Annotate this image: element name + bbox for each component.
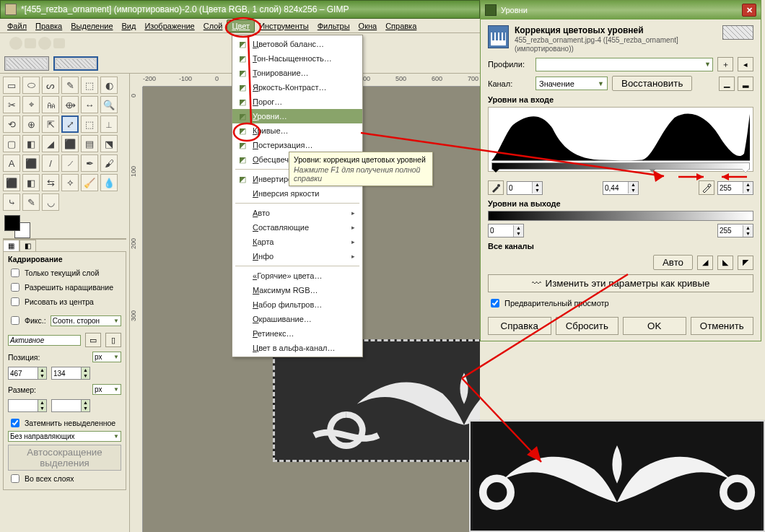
menu-item[interactable]: Составляющие	[232, 220, 362, 235]
tool-button[interactable]: A	[3, 154, 20, 172]
tool-button[interactable]: ⊕	[22, 115, 40, 133]
chk-fix[interactable]: Фикс.:	[8, 314, 46, 327]
chk-from-center[interactable]: Рисовать из центра	[8, 295, 121, 308]
tool-button[interactable]: ▤	[81, 135, 98, 152]
menu-windows[interactable]: Окна	[354, 20, 382, 32]
tool-button[interactable]: 🔍	[100, 96, 118, 113]
menubar[interactable]: Файл Правка Выделение Вид Изображение Сл…	[0, 19, 480, 33]
tool-button[interactable]: 🖌	[100, 154, 118, 172]
color-menu-dropdown[interactable]: ◩Цветовой баланс…◩Тон-Насыщенность…◩Тони…	[232, 35, 363, 357]
menu-item[interactable]: ◩Постеризация…	[232, 138, 362, 152]
gamma-slider[interactable]	[649, 169, 656, 176]
tool-button[interactable]: ✒	[81, 154, 98, 172]
black-eyedropper[interactable]	[488, 180, 504, 195]
menu-item[interactable]: ◩Тон-Насыщенность…	[232, 51, 362, 66]
pick-gray-button[interactable]: ◣	[717, 256, 733, 270]
menu-help[interactable]: Справка	[381, 20, 421, 32]
pos-y-spin[interactable]: ▲▼	[51, 367, 90, 380]
out-hi-input[interactable]: ▲▼	[717, 224, 753, 237]
channel-combo[interactable]: Значение▼	[536, 77, 608, 90]
tool-button[interactable]: ⬛	[22, 154, 40, 172]
pos-x-input[interactable]	[9, 367, 38, 379]
tool-button[interactable]: ⟂	[100, 115, 118, 133]
hist-linear-button[interactable]: ▁	[719, 77, 735, 91]
tool-button[interactable]: ⬚	[81, 77, 98, 94]
autoshrink-button[interactable]: Автосокращение выделения	[8, 445, 121, 471]
levels-titlebar[interactable]: Уровни ✕	[481, 1, 761, 19]
profile-add-button[interactable]: ＋	[717, 57, 733, 71]
menu-image[interactable]: Изображение	[140, 20, 198, 32]
options-tab-other[interactable]: ◧	[19, 240, 36, 251]
menu-item[interactable]: Набор фильтров…	[232, 297, 362, 312]
menu-item[interactable]: ◩Тонирование…	[232, 66, 362, 80]
pick-white-button[interactable]: ◤	[738, 256, 753, 270]
menu-item[interactable]: Окрашивание…	[232, 312, 362, 326]
options-tab-tool[interactable]: ▦	[3, 240, 19, 251]
profile-menu-button[interactable]: ◂	[738, 57, 753, 71]
menu-item[interactable]: Карта	[232, 235, 362, 249]
image-thumb-active[interactable]	[53, 56, 98, 71]
tool-button[interactable]: ⬛	[3, 174, 20, 191]
tool-button[interactable]: ▢	[3, 135, 20, 152]
menu-file[interactable]: Файл	[3, 20, 31, 32]
tool-button[interactable]: ⤢	[61, 115, 79, 133]
menu-filters[interactable]: Фильтры	[313, 20, 354, 32]
chk-allow-grow[interactable]: Разрешить наращивание	[8, 281, 121, 294]
tool-button[interactable]: /	[42, 154, 59, 172]
reset-channel-button[interactable]: Восстановить	[612, 76, 692, 91]
auto-button[interactable]: Авто	[653, 255, 693, 270]
histogram[interactable]	[488, 107, 753, 172]
white-eyedropper[interactable]	[699, 180, 714, 195]
cancel-button[interactable]: Отменить	[691, 317, 754, 335]
menu-item[interactable]: Авто	[232, 206, 362, 220]
active-field[interactable]: Активное	[8, 335, 81, 346]
menu-tools[interactable]: Инструменты	[255, 20, 313, 32]
size-h-input[interactable]	[52, 400, 81, 411]
color-swatches[interactable]	[3, 215, 126, 235]
tool-button[interactable]: ⟴	[61, 96, 79, 113]
guide-dropdown[interactable]: Без направляющих▼	[8, 431, 121, 442]
size-h-spin[interactable]: ▲▼	[51, 399, 90, 412]
ok-button[interactable]: OK	[623, 317, 686, 335]
menu-layer[interactable]: Слой	[199, 20, 227, 32]
menu-edit[interactable]: Правка	[31, 20, 66, 32]
tool-button[interactable]: ◐	[100, 77, 118, 94]
tool-button[interactable]: ▭	[3, 77, 20, 94]
tool-button[interactable]: ⇆	[42, 174, 59, 191]
hist-log-button[interactable]: ▂	[738, 77, 753, 91]
menu-item[interactable]: Инверсия яркости	[232, 186, 362, 201]
tool-button[interactable]: ⬚	[81, 115, 98, 133]
levels-dialog[interactable]: Уровни ✕ Коррекция цветовых уровней 455_…	[480, 0, 761, 341]
pos-x-spin[interactable]: ▲▼	[8, 367, 47, 380]
gamma-input[interactable]: ▲▼	[603, 181, 639, 195]
out-lo-input[interactable]: ▲▼	[488, 224, 524, 237]
pos-y-input[interactable]	[52, 367, 81, 379]
black-slider[interactable]	[492, 169, 499, 176]
tool-button[interactable]: ✎	[22, 193, 40, 211]
menu-item[interactable]: ◩Яркость-Контраст…	[232, 80, 362, 95]
tool-button[interactable]: ⬭	[22, 77, 40, 94]
tool-button[interactable]: ⬛	[61, 135, 79, 152]
orient-portrait-button[interactable]: ▯	[105, 333, 121, 347]
reset-button[interactable]: Сбросить	[556, 317, 619, 335]
menu-select[interactable]: Выделение	[66, 20, 117, 32]
pos-unit-dd[interactable]: px▼	[92, 352, 121, 362]
black-input[interactable]: ▲▼	[507, 181, 543, 195]
menu-item[interactable]: ◩Кривые…	[232, 123, 362, 138]
preview-checkbox[interactable]: Предварительный просмотр	[488, 297, 753, 310]
menu-item[interactable]: Максимум RGB…	[232, 283, 362, 297]
size-w-spin[interactable]: ▲▼	[8, 399, 47, 412]
menu-item[interactable]: Инфо	[232, 249, 362, 263]
menu-item[interactable]: ◩Порог…	[232, 95, 362, 109]
fix-dropdown[interactable]: Соотн. сторон▼	[51, 315, 121, 326]
tool-button[interactable]: ✎	[61, 77, 79, 94]
input-gradient[interactable]	[491, 162, 750, 170]
tool-button[interactable]: ⟡	[61, 174, 79, 191]
menu-color[interactable]: Цвет	[227, 19, 255, 32]
white-slider[interactable]	[742, 169, 749, 176]
tool-button[interactable]: 🗛	[42, 96, 59, 113]
tool-button[interactable]: ⬔	[100, 135, 118, 152]
output-gradient[interactable]	[488, 211, 753, 221]
tool-button[interactable]: ◧	[22, 135, 40, 152]
help-button[interactable]: Справка	[488, 317, 551, 335]
